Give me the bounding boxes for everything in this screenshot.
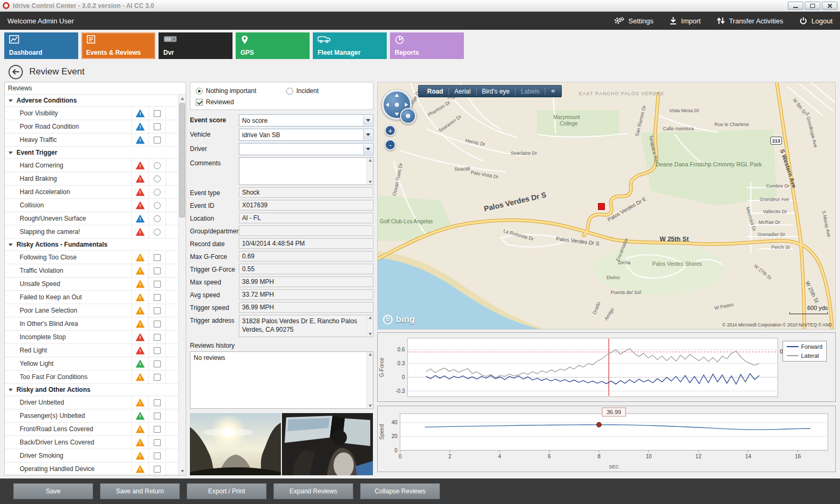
review-radio-hard-cornering[interactable] <box>154 162 161 169</box>
import-button[interactable]: Import <box>669 16 701 25</box>
nothing-important-option[interactable]: Nothing important <box>196 87 286 95</box>
tab-reports[interactable]: Reports <box>390 32 464 59</box>
tab-events-reviews[interactable]: Events & Reviews <box>81 32 155 59</box>
field-driver[interactable] <box>239 143 373 155</box>
review-checkbox-driver-smoking[interactable] <box>154 452 161 459</box>
dropdown-arrow-icon[interactable] <box>363 115 372 125</box>
pan-north-icon[interactable] <box>395 94 399 97</box>
zoom-in-button[interactable]: + <box>385 125 396 136</box>
export-print-button[interactable]: Export / Print <box>187 483 267 499</box>
field-vehicle[interactable]: idrive Van SB <box>239 129 373 141</box>
history-scrollbar[interactable] <box>367 352 373 408</box>
review-checkbox-too-fast-for-conditions[interactable] <box>154 374 161 381</box>
zoom-out-button[interactable]: - <box>385 139 396 150</box>
review-checkbox-red-light[interactable] <box>154 347 161 354</box>
dropdown-arrow-icon[interactable] <box>363 144 372 154</box>
review-radio-rough-uneven-surface[interactable] <box>154 215 161 222</box>
review-checkbox-front-road-lens-covered[interactable] <box>154 426 161 433</box>
review-group-event-trigger[interactable]: Event Trigger <box>5 147 178 159</box>
pan-south-icon[interactable] <box>395 113 399 116</box>
settings-button[interactable]: Settings <box>614 16 653 25</box>
tab-dashboard[interactable]: Dashboard <box>4 32 78 59</box>
transfer-activities-button[interactable]: Transfer Activities <box>717 16 783 25</box>
pan-east-icon[interactable] <box>405 103 408 107</box>
review-radio-hard-braking[interactable] <box>154 175 161 182</box>
review-checkbox-back-driver-lens-covered[interactable] <box>154 439 161 446</box>
review-checkbox-passenger-s-unbelted[interactable] <box>154 413 161 419</box>
review-checkbox-following-too-close[interactable] <box>154 254 161 261</box>
map-view-labels[interactable]: Labels <box>515 88 545 95</box>
reviews-scrollbar[interactable] <box>178 95 186 475</box>
form-row-event-type: Event typeShock <box>190 187 373 198</box>
reviewed-option[interactable]: Reviewed <box>196 98 234 106</box>
svg-text:0: 0 <box>394 448 397 453</box>
svg-text:12: 12 <box>695 453 702 459</box>
review-radio-hard-acceleration[interactable] <box>154 189 161 196</box>
logout-button[interactable]: Logout <box>799 16 833 25</box>
map-view-birds-eye[interactable]: Bird's eye <box>477 88 515 95</box>
incident-radio[interactable] <box>286 88 293 95</box>
reviewed-checkbox[interactable] <box>196 99 203 106</box>
tab-gps[interactable]: GPS <box>236 32 310 59</box>
incident-option[interactable]: Incident <box>286 87 319 95</box>
severity-cell: ! <box>131 264 148 277</box>
review-checkbox-failed-to-keep-an-out[interactable] <box>154 294 161 301</box>
field-event-score[interactable]: No score <box>239 114 373 127</box>
review-checkbox-driver-unbelted[interactable] <box>154 399 161 406</box>
pan-west-icon[interactable] <box>386 103 389 107</box>
field-scrollbar[interactable] <box>367 315 373 337</box>
review-checkbox-in-other-s-blind-area[interactable] <box>154 321 161 327</box>
scroll-down-icon[interactable] <box>369 181 372 183</box>
review-checkbox-unsafe-speed[interactable] <box>154 281 161 288</box>
dropdown-arrow-icon[interactable] <box>363 130 372 140</box>
scroll-down-icon[interactable] <box>179 467 186 475</box>
scrollbar-thumb[interactable] <box>179 103 185 217</box>
review-radio-slapping-the-camera[interactable] <box>154 229 161 236</box>
bing-map[interactable]: EAST RANCHO PALOS VERDESMarymountCollege… <box>377 82 836 330</box>
scroll-down-icon[interactable] <box>369 333 372 335</box>
tab-fleet-manager[interactable]: Fleet Manager <box>313 32 387 59</box>
map-view-road[interactable]: Road <box>422 88 449 95</box>
review-group-risky-actions-fundamentals[interactable]: Risky Actions - Fundamentals <box>5 239 178 251</box>
review-checkbox-heavy-traffic[interactable] <box>154 137 161 144</box>
save-and-return-button[interactable]: Save and Return <box>100 483 180 499</box>
svg-text:10: 10 <box>646 453 652 459</box>
front-camera-thumbnail[interactable] <box>190 413 281 475</box>
review-checkbox-incomplete-stop[interactable] <box>154 334 161 341</box>
field-comments[interactable] <box>239 157 373 185</box>
review-checkbox-poor-road-condition[interactable] <box>154 123 161 130</box>
back-button[interactable] <box>9 65 23 79</box>
spare-cell <box>165 225 178 238</box>
warning-triangle-icon: ! <box>136 425 145 433</box>
tab-dvr[interactable]: Dvr <box>159 32 232 59</box>
nothing-important-radio[interactable] <box>196 88 203 95</box>
review-checkbox-poor-lane-selection[interactable] <box>154 307 161 314</box>
review-group-risky-and-other-actions[interactable]: Risky and Other Actions <box>5 384 178 396</box>
event-location-marker[interactable] <box>598 203 605 210</box>
maximize-button[interactable] <box>805 2 820 10</box>
review-group-adverse-conditions[interactable]: Adverse Conditions <box>5 95 178 107</box>
save-button[interactable]: Save <box>13 483 93 499</box>
map-rotate-control[interactable] <box>400 108 416 124</box>
reviews-tree: Adverse ConditionsPoor Visibility!Poor R… <box>5 95 178 475</box>
spare-cell <box>165 291 178 304</box>
cabin-camera-thumbnail[interactable] <box>282 413 373 475</box>
map-collapse-button[interactable]: « <box>545 87 558 96</box>
close-button[interactable] <box>822 2 837 10</box>
map-view-aerial[interactable]: Aerial <box>449 88 477 95</box>
scroll-up-icon[interactable] <box>369 159 372 162</box>
review-checkbox-yellow-light[interactable] <box>154 360 161 367</box>
scroll-up-icon[interactable] <box>179 95 186 102</box>
svg-text:16: 16 <box>795 453 801 459</box>
review-radio-collision[interactable] <box>154 202 161 209</box>
textarea-scrollbar[interactable] <box>367 158 373 184</box>
transfer-activities-label: Transfer Activities <box>729 17 783 25</box>
collapse-reviews-button[interactable]: Collapse Reviews <box>360 483 440 499</box>
review-checkbox-traffic-violation[interactable] <box>154 267 161 274</box>
expand-reviews-button[interactable]: Expand Reviews <box>273 483 353 499</box>
review-checkbox-poor-visibility[interactable] <box>154 110 161 117</box>
review-checkbox-operating-handled-device[interactable] <box>154 466 161 473</box>
severity-cell: ! <box>131 212 148 225</box>
scroll-up-icon[interactable] <box>369 316 372 319</box>
minimize-button[interactable] <box>788 2 803 10</box>
